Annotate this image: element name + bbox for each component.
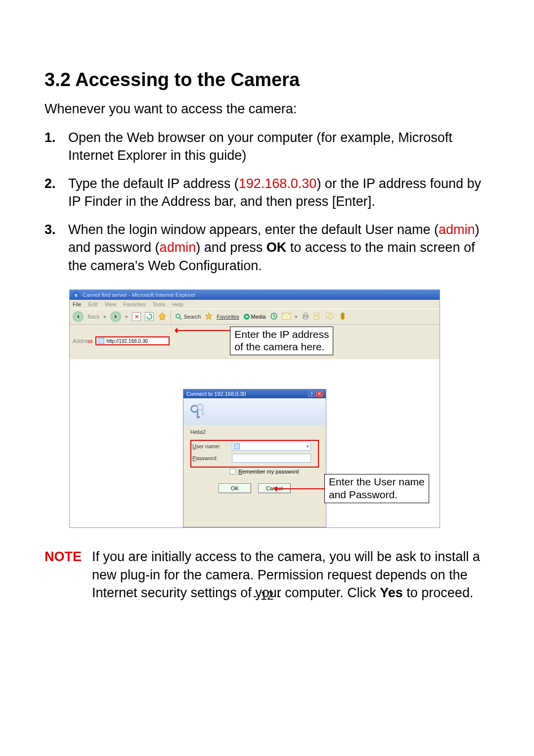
server-name: Helia2 bbox=[190, 429, 319, 435]
back-button[interactable] bbox=[73, 311, 84, 322]
ok-text: OK bbox=[267, 240, 287, 255]
step-text: Type the default IP address (192.168.0.3… bbox=[68, 175, 490, 211]
user-icon bbox=[234, 443, 240, 449]
step-text: Open the Web browser on your computer (f… bbox=[68, 129, 490, 165]
menu-file[interactable]: File bbox=[73, 301, 82, 307]
password-label: Password: bbox=[192, 455, 227, 461]
refresh-button[interactable] bbox=[145, 312, 154, 321]
default-password: admin bbox=[160, 240, 196, 255]
address-label: Address bbox=[73, 338, 92, 344]
svg-rect-11 bbox=[197, 417, 200, 418]
section-heading: 3.2 Accessing to the Camera bbox=[44, 69, 490, 91]
screenshot-figure: e Cannot find server - Microsoft Interne… bbox=[69, 289, 440, 528]
step-number: 3. bbox=[44, 221, 68, 275]
step-2: 2. Type the default IP address (192.168.… bbox=[44, 175, 490, 211]
ie-toolbar: Back ▾ ▾ ✕ Search bbox=[70, 309, 440, 325]
help-button[interactable]: ? bbox=[308, 391, 315, 397]
ok-button[interactable]: OK bbox=[219, 483, 251, 493]
search-button[interactable]: Search bbox=[175, 313, 201, 320]
dialog-title: Connect to 192.168.0.30 bbox=[186, 391, 246, 397]
ie-title-text: Cannot find server - Microsoft Internet … bbox=[83, 292, 196, 298]
print-icon[interactable] bbox=[302, 312, 310, 321]
dialog-banner bbox=[183, 398, 326, 425]
favorites-link[interactable]: Favorites bbox=[217, 314, 239, 320]
password-field[interactable] bbox=[232, 454, 311, 463]
menu-tools[interactable]: Tools bbox=[153, 301, 166, 307]
svg-line-1 bbox=[179, 318, 181, 320]
discuss-icon[interactable] bbox=[325, 312, 334, 321]
home-button[interactable] bbox=[158, 312, 167, 322]
menu-edit[interactable]: Edit bbox=[89, 301, 98, 307]
favorites-star-icon[interactable] bbox=[205, 312, 213, 321]
page-icon bbox=[98, 338, 104, 344]
dialog-titlebar: Connect to 192.168.0.30 ? ✕ bbox=[183, 389, 326, 398]
step-1: 1. Open the Web browser on your computer… bbox=[44, 129, 490, 165]
menu-help[interactable]: Help bbox=[172, 301, 183, 307]
menu-favorites[interactable]: Favorites bbox=[123, 301, 145, 307]
step-number: 1. bbox=[44, 129, 68, 165]
forward-button[interactable] bbox=[110, 311, 121, 322]
address-callout: Enter the IP address of the camera here. bbox=[230, 327, 333, 355]
intro-paragraph: Whenever you want to access the camera: bbox=[44, 101, 490, 117]
page-number: - 12 - bbox=[0, 589, 534, 603]
address-bar[interactable]: http://192.168.0.30 bbox=[95, 336, 170, 345]
ie-menubar: File Edit View Favorites Tools Help bbox=[70, 300, 440, 309]
ie-icon: e bbox=[73, 291, 80, 298]
svg-rect-7 bbox=[304, 317, 307, 319]
svg-rect-8 bbox=[314, 313, 319, 319]
svg-rect-6 bbox=[304, 313, 307, 315]
mail-icon[interactable] bbox=[282, 313, 291, 321]
edit-icon[interactable] bbox=[313, 312, 321, 321]
back-label: Back bbox=[88, 314, 99, 320]
ie-address-row: Address http://192.168.0.30 Enter the IP… bbox=[70, 325, 440, 359]
step-number: 2. bbox=[44, 175, 68, 211]
default-username: admin bbox=[439, 222, 475, 237]
media-button[interactable]: Media bbox=[243, 313, 266, 320]
ie-window: e Cannot find server - Microsoft Interne… bbox=[70, 290, 440, 527]
username-label: User name: bbox=[192, 443, 227, 449]
arrow-icon bbox=[275, 488, 324, 489]
menu-view[interactable]: View bbox=[105, 301, 117, 307]
ie-titlebar: e Cannot find server - Microsoft Interne… bbox=[70, 290, 440, 300]
credentials-callout-wrap: Enter the User name and Password. bbox=[275, 474, 429, 503]
ip-address: 192.168.0.30 bbox=[239, 176, 317, 191]
chevron-down-icon[interactable]: ▾ bbox=[307, 444, 309, 449]
arrow-icon bbox=[176, 330, 230, 331]
history-icon[interactable] bbox=[270, 312, 278, 321]
svg-rect-14 bbox=[202, 414, 205, 415]
login-dialog: Connect to 192.168.0.30 ? ✕ bbox=[183, 389, 326, 527]
close-button[interactable]: ✕ bbox=[316, 391, 323, 397]
step-text: When the login window appears, enter the… bbox=[68, 221, 490, 275]
remember-checkbox[interactable] bbox=[230, 469, 236, 474]
credentials-callout: Enter the User name and Password. bbox=[324, 474, 429, 503]
ie-content-area: Connect to 192.168.0.30 ? ✕ bbox=[70, 359, 440, 527]
stop-button[interactable]: ✕ bbox=[132, 312, 141, 321]
keys-icon bbox=[188, 402, 207, 421]
credentials-highlight: User name: ▾ Password: bbox=[190, 440, 319, 468]
toolbar-extra-icon[interactable] bbox=[338, 312, 347, 322]
step-3: 3. When the login window appears, enter … bbox=[44, 221, 490, 275]
username-field[interactable]: ▾ bbox=[232, 442, 311, 451]
steps-list: 1. Open the Web browser on your computer… bbox=[44, 129, 490, 275]
document-page: 3.2 Accessing to the Camera Whenever you… bbox=[0, 0, 534, 602]
svg-point-0 bbox=[176, 314, 180, 318]
address-value: http://192.168.0.30 bbox=[106, 338, 147, 344]
